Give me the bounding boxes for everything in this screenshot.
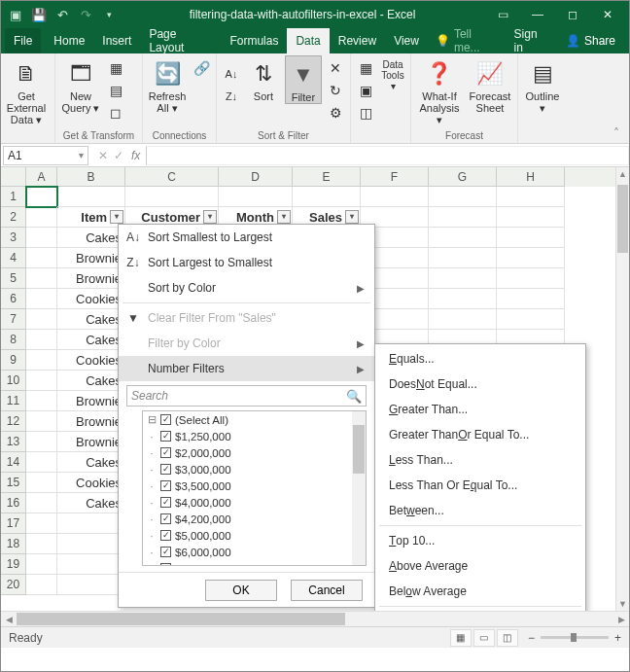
maximize-button[interactable]: ◻: [555, 1, 590, 28]
connections-icon[interactable]: 🔗: [191, 57, 212, 79]
hscroll-thumb[interactable]: [17, 613, 345, 625]
ok-button[interactable]: OK: [205, 580, 277, 601]
cell[interactable]: Cakes: [57, 493, 125, 513]
column-header-F[interactable]: F: [361, 167, 429, 187]
filter-button[interactable]: ▼Filter: [285, 55, 322, 104]
number-filter-option[interactable]: Does Not Equal...: [375, 371, 585, 397]
ribbon-options-icon[interactable]: ▭: [485, 1, 520, 28]
cell[interactable]: [26, 248, 57, 268]
column-header-E[interactable]: E: [293, 167, 361, 187]
column-header-H[interactable]: H: [497, 167, 565, 187]
row-header-13[interactable]: 13: [1, 432, 26, 452]
horizontal-scrollbar[interactable]: ◀ ▶: [1, 611, 629, 626]
remove-dup-icon[interactable]: ◫: [355, 102, 376, 124]
tab-home[interactable]: Home: [45, 28, 93, 53]
row-header-8[interactable]: 8: [1, 330, 26, 350]
number-filter-option[interactable]: Equals...: [375, 346, 585, 371]
data-tools-button[interactable]: DataTools ▾: [379, 55, 406, 91]
cell[interactable]: Cakes: [57, 330, 125, 350]
cell[interactable]: [26, 575, 57, 595]
share-button[interactable]: 👤Share: [556, 28, 625, 53]
checkbox-icon[interactable]: ✓: [160, 431, 171, 442]
filter-value-item[interactable]: ·✓$3,500,000: [143, 477, 352, 494]
cell[interactable]: [26, 493, 57, 513]
sort-desc-item[interactable]: Z↓Sort Largest to Smallest: [119, 250, 374, 275]
tab-review[interactable]: Review: [330, 28, 385, 53]
fx-label[interactable]: fx: [131, 149, 146, 162]
filter-value-item[interactable]: ·✓$4,000,000: [143, 494, 352, 511]
sort-desc-icon[interactable]: Z↓: [221, 86, 242, 107]
normal-view-icon[interactable]: ▦: [450, 629, 472, 647]
cell[interactable]: Brownie: [57, 248, 125, 268]
cell[interactable]: [361, 187, 429, 207]
cell[interactable]: [429, 289, 497, 309]
column-header-A[interactable]: A: [26, 167, 57, 187]
filter-value-item[interactable]: ·✓$5,000,000: [143, 527, 352, 544]
column-header-B[interactable]: B: [57, 167, 125, 187]
row-header-14[interactable]: 14: [1, 452, 26, 473]
cancel-button[interactable]: Cancel: [291, 580, 363, 601]
cell[interactable]: [57, 554, 125, 575]
number-filter-option[interactable]: Greater Than...: [375, 397, 585, 422]
cell[interactable]: [57, 534, 125, 554]
filter-dropdown-button[interactable]: ▾: [345, 210, 359, 224]
filter-value-item[interactable]: ·✓$1,250,000: [143, 428, 352, 444]
save-icon[interactable]: 💾: [28, 4, 50, 25]
zoom-slider[interactable]: [541, 636, 609, 639]
from-table-icon[interactable]: ▤: [105, 80, 126, 101]
redo-icon[interactable]: ↷: [75, 4, 96, 25]
cell[interactable]: [26, 187, 57, 207]
worksheet-grid[interactable]: ABCDEFGH 1234567891011121314151617181920…: [1, 167, 629, 611]
scroll-up-icon[interactable]: ▲: [616, 167, 629, 181]
number-filter-option[interactable]: Greater Than Or Equal To...: [375, 422, 585, 447]
cell[interactable]: [429, 309, 497, 330]
filter-value-item[interactable]: ⊟✓(Select All): [143, 411, 352, 428]
cell[interactable]: [26, 411, 57, 432]
cell[interactable]: Cookies: [57, 350, 125, 371]
number-filter-option[interactable]: Less Than Or Equal To...: [375, 473, 585, 498]
tab-data[interactable]: Data: [287, 28, 329, 53]
zoom-out-icon[interactable]: −: [528, 631, 535, 645]
filter-value-item[interactable]: ·✓$6,000,000: [143, 544, 352, 560]
row-header-4[interactable]: 4: [1, 248, 26, 268]
formula-input[interactable]: [146, 146, 629, 165]
get-external-data-button[interactable]: 🗎Get ExternalData ▾: [5, 55, 48, 125]
checkbox-icon[interactable]: ✓: [160, 497, 171, 508]
tab-insert[interactable]: Insert: [93, 28, 140, 53]
filter-value-item[interactable]: ·✓$6,700,000: [143, 560, 352, 565]
filter-value-item[interactable]: ·✓$3,000,000: [143, 461, 352, 477]
cell[interactable]: [26, 554, 57, 575]
checkbox-icon[interactable]: ✓: [160, 563, 171, 565]
zoom-in-icon[interactable]: +: [614, 631, 621, 645]
scroll-down-icon[interactable]: ▼: [616, 597, 629, 611]
column-header-G[interactable]: G: [429, 167, 497, 187]
cell[interactable]: Brownie: [57, 432, 125, 452]
row-header-9[interactable]: 9: [1, 350, 26, 371]
scroll-right-icon[interactable]: ▶: [613, 612, 629, 626]
sort-asc-item[interactable]: A↓Sort Smallest to Largest: [119, 225, 374, 250]
cell[interactable]: [497, 268, 565, 289]
cell[interactable]: [429, 228, 497, 248]
cell[interactable]: [26, 513, 57, 534]
cell[interactable]: [57, 187, 125, 207]
minimize-button[interactable]: —: [520, 1, 555, 28]
cell[interactable]: [497, 309, 565, 330]
number-filter-option[interactable]: Top 10...: [375, 528, 585, 553]
row-header-19[interactable]: 19: [1, 554, 26, 575]
cell[interactable]: [125, 187, 219, 207]
cell[interactable]: [26, 452, 57, 473]
number-filter-option[interactable]: Between...: [375, 498, 585, 523]
filter-value-item[interactable]: ·✓$2,000,000: [143, 444, 352, 461]
checkbox-icon[interactable]: ✓: [160, 447, 171, 458]
cell[interactable]: Brownie: [57, 411, 125, 432]
cell[interactable]: [26, 207, 57, 228]
cell[interactable]: Cakes: [57, 309, 125, 330]
number-filter-option[interactable]: Less Than...: [375, 447, 585, 473]
flash-fill-icon[interactable]: ▣: [355, 80, 376, 101]
filter-search[interactable]: Search 🔍: [126, 385, 367, 407]
scroll-left-icon[interactable]: ◀: [1, 612, 17, 626]
row-header-20[interactable]: 20: [1, 575, 26, 595]
cell[interactable]: [497, 289, 565, 309]
cell[interactable]: Brownie: [57, 391, 125, 411]
cell[interactable]: Brownie: [57, 268, 125, 289]
